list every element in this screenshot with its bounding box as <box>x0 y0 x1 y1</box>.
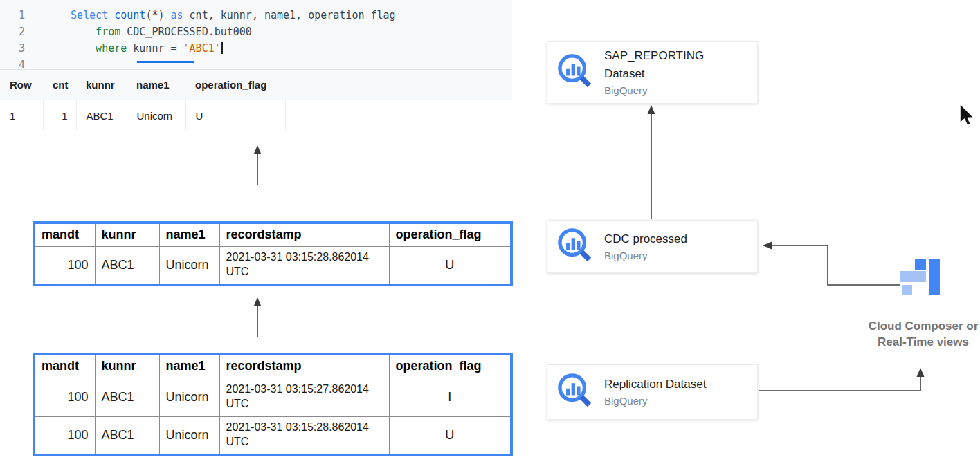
column-header: mandt <box>34 223 95 246</box>
bigquery-icon <box>556 52 596 93</box>
column-header: cnt <box>43 70 76 100</box>
query-result-table: Rowcntkunnrname1operation_flag11ABC1Unic… <box>0 69 512 131</box>
column-header <box>285 70 512 100</box>
header-row: Rowcntkunnrname1operation_flag <box>0 70 512 100</box>
bigquery-icon <box>556 371 596 413</box>
header-row: mandtkunnrname1recordstampoperation_flag <box>34 354 511 378</box>
column-header: operation_flag <box>389 223 511 246</box>
sql-line-code: from CDC_PROCESSED.but000 <box>25 24 252 40</box>
sql-line: 3 where kunnr = 'ABC1' <box>0 40 512 57</box>
column-header: operation_flag <box>389 354 511 378</box>
sql-token: where <box>71 42 127 55</box>
text-cursor <box>221 42 223 54</box>
sql-token: 'ABC1' <box>183 42 221 55</box>
column-header: kunnr <box>95 223 159 246</box>
column-header: kunnr <box>95 354 159 378</box>
cdc-processed-table: mandtkunnrname1recordstampoperation_flag… <box>33 221 513 286</box>
line-number: 4 <box>0 57 25 69</box>
header-row: mandtkunnrname1recordstampoperation_flag <box>34 223 511 246</box>
card-title: Replication Dataset <box>604 375 706 393</box>
sql-line: 4 <box>0 57 512 69</box>
sql-token: CDC_PROCESSED.but000 <box>120 26 252 38</box>
column-header: recordstamp <box>219 354 389 378</box>
card-sap-reporting-dataset: SAP_REPORTING Dataset BigQuery <box>547 41 758 104</box>
sql-token: count <box>114 9 145 21</box>
column-header: recordstamp <box>219 223 389 246</box>
sql-line-code: Select count(*) as cnt, kunnr, name1, op… <box>25 7 396 24</box>
table-cell: Unicorn <box>159 246 219 285</box>
table-cell: 2021-03-31 03:15:28.862014 UTC <box>219 246 389 285</box>
line-number: 1 <box>0 7 25 24</box>
table-cell: 2021-03-31 03:15:28.862014 UTC <box>219 416 389 455</box>
sql-token: as <box>171 9 183 21</box>
column-header: name1 <box>127 70 185 100</box>
column-header: name1 <box>159 354 219 378</box>
sql-token: cnt, kunnr, name1, operation_flag <box>183 9 396 21</box>
table-cell: Unicorn <box>159 378 219 416</box>
table-cell: 100 <box>34 378 95 416</box>
table-cell: 100 <box>34 416 95 455</box>
line-number: 2 <box>0 24 25 40</box>
sql-line: 2 from CDC_PROCESSED.but000 <box>0 24 512 40</box>
table-cell: 2021-03-31 03:15:27.862014 UTC <box>219 378 389 416</box>
table-cell: 1 <box>0 100 43 131</box>
sql-line-code <box>25 57 71 69</box>
card-replication-dataset: Replication Dataset BigQuery <box>547 364 758 420</box>
table-cell: 1 <box>43 100 76 131</box>
cloud-composer-label-line2: Real-Time views <box>857 334 980 350</box>
table-cell: Unicorn <box>159 416 219 455</box>
card-subtitle: BigQuery <box>604 83 720 98</box>
column-header: operation_flag <box>185 70 285 100</box>
table-cell: Unicorn <box>127 100 185 131</box>
column-header: kunnr <box>76 70 127 100</box>
cloud-composer-icon <box>900 259 943 301</box>
table-cell: ABC1 <box>95 416 159 455</box>
table-row: 100ABC1Unicorn2021-03-31 03:15:27.862014… <box>34 378 511 416</box>
table-row: 100ABC1Unicorn2021-03-31 03:15:28.862014… <box>34 246 511 285</box>
sql-editor[interactable]: 1Select count(*) as cnt, kunnr, name1, o… <box>0 0 512 69</box>
card-text: SAP_REPORTING Dataset BigQuery <box>604 47 720 98</box>
cloud-composer-label: Cloud Composer or Real-Time views <box>857 318 980 350</box>
table-cell: U <box>389 246 511 285</box>
column-header: Row <box>0 70 43 100</box>
table-row: 11ABC1UnicornU <box>0 100 512 131</box>
card-text: CDC processed BigQuery <box>604 230 687 263</box>
card-text: Replication Dataset BigQuery <box>604 375 706 409</box>
table-cell: U <box>185 100 285 131</box>
bigquery-icon <box>556 226 596 268</box>
sql-token: (*) <box>145 9 170 21</box>
editor-progress-bar <box>137 61 194 63</box>
table-cell: ABC1 <box>76 100 127 131</box>
table-cell: U <box>389 416 511 455</box>
sql-token: Select <box>71 9 114 21</box>
sql-line-code: where kunnr = 'ABC1' <box>25 40 223 57</box>
card-title: CDC processed <box>604 230 687 248</box>
card-cdc-processed: CDC processed BigQuery <box>547 220 758 273</box>
line-number: 3 <box>0 40 25 57</box>
sql-line: 1Select count(*) as cnt, kunnr, name1, o… <box>0 7 512 24</box>
table-cell: 100 <box>34 246 95 285</box>
table-cell <box>285 100 512 131</box>
table-row: 100ABC1Unicorn2021-03-31 03:15:28.862014… <box>34 416 511 455</box>
card-subtitle: BigQuery <box>604 393 706 409</box>
table-cell: ABC1 <box>95 246 159 285</box>
table-cell: I <box>389 378 511 416</box>
card-title: SAP_REPORTING Dataset <box>604 47 720 83</box>
sql-token: kunnr = <box>127 42 183 55</box>
column-header: mandt <box>34 354 95 378</box>
replication-table: mandtkunnrname1recordstampoperation_flag… <box>33 353 513 456</box>
column-header: name1 <box>159 223 219 246</box>
diagram-canvas: 1Select count(*) as cnt, kunnr, name1, o… <box>0 0 980 464</box>
card-subtitle: BigQuery <box>604 248 687 263</box>
cloud-composer-label-line1: Cloud Composer or <box>857 318 980 334</box>
sql-token: from <box>71 26 120 38</box>
table-cell: ABC1 <box>95 378 159 416</box>
mouse-cursor <box>958 102 979 130</box>
sql-code: 1Select count(*) as cnt, kunnr, name1, o… <box>0 0 512 69</box>
